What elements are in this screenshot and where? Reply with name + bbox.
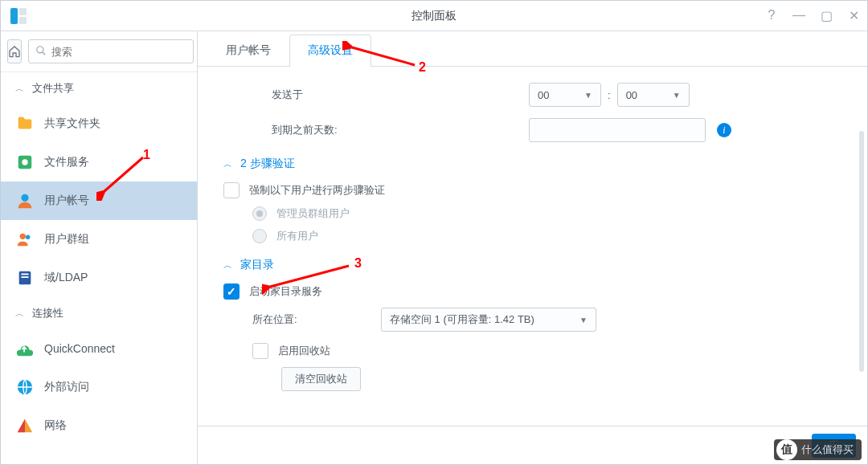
sidebar-item-label: 文件服务: [44, 155, 89, 169]
section-2fa[interactable]: ︿ 2 步骤验证: [223, 157, 841, 171]
sidebar-group-connectivity[interactable]: ︿ 连接性: [1, 297, 197, 329]
chevron-up-icon: ︿: [223, 158, 232, 170]
watermark: 值 什么值得买: [774, 439, 862, 460]
search-box[interactable]: [28, 39, 194, 63]
tab-user-account[interactable]: 用户帐号: [207, 35, 289, 67]
sidebar-item-file-service[interactable]: 文件服务: [1, 143, 197, 182]
row-clear-recycle: 清空回收站: [223, 367, 841, 391]
caret-down-icon: ▼: [575, 91, 592, 100]
svg-point-6: [22, 159, 27, 165]
tab-advanced[interactable]: 高级设置: [289, 35, 371, 67]
sidebar-item-label: 外部访问: [44, 380, 89, 394]
caret-down-icon: ▼: [570, 316, 588, 324]
section-title: 2 步骤验证: [240, 157, 295, 171]
label-send-at: 发送于: [272, 88, 529, 102]
info-icon[interactable]: i: [717, 123, 731, 137]
titlebar: 控制面板 ? — ▢ ✕: [1, 1, 867, 31]
tabs: 用户帐号 高级设置: [198, 31, 867, 67]
sidebar-item-external[interactable]: 外部访问: [1, 368, 197, 406]
select-hour[interactable]: 00▼: [529, 83, 601, 107]
chevron-up-icon: ︿: [223, 259, 232, 271]
svg-point-3: [37, 46, 43, 52]
footer: 应: [198, 426, 867, 464]
content: 用户帐号 高级设置 发送于 00▼ : 00▼ 到期之前天数:: [198, 31, 867, 464]
file-service-icon: [15, 153, 35, 172]
chevron-up-icon: ︿: [15, 308, 24, 320]
search-input[interactable]: [51, 46, 186, 58]
label-enforce-2fa: 强制以下用户进行两步骤验证: [249, 183, 385, 198]
svg-rect-0: [10, 8, 18, 24]
svg-rect-1: [19, 8, 27, 15]
checkbox-recycle[interactable]: [252, 343, 268, 359]
help-icon[interactable]: ?: [764, 8, 779, 23]
clear-recycle-button[interactable]: 清空回收站: [281, 367, 361, 391]
sidebar-item-network[interactable]: 网络: [1, 406, 197, 445]
close-icon[interactable]: ✕: [846, 8, 861, 23]
folder-shared-icon: [15, 114, 35, 133]
sidebar-item-group[interactable]: 用户群组: [1, 220, 197, 259]
sidebar-group-fileshare[interactable]: ︿ 文件共享: [1, 72, 197, 104]
radio-admin-users[interactable]: [252, 206, 267, 221]
sidebar-item-quickconnect[interactable]: QuickConnect: [1, 329, 197, 368]
sidebar-item-label: 用户帐号: [44, 194, 89, 208]
scrollbar[interactable]: [859, 131, 864, 372]
label-admin-users: 管理员群组用户: [276, 206, 350, 221]
select-volume[interactable]: 存储空间 1 (可用容量: 1.42 TB)▼: [381, 308, 596, 332]
svg-line-4: [43, 51, 46, 55]
label-enable-home: 启动家目录服务: [249, 284, 322, 299]
sidebar-item-ldap[interactable]: 域/LDAP: [1, 259, 197, 297]
sidebar: ︿ 文件共享 共享文件夹 文件服务 用户帐号 用户群组 域/LD: [1, 31, 198, 464]
svg-rect-12: [21, 276, 28, 278]
label-days-before: 到期之前天数:: [272, 123, 529, 137]
ldap-icon: [15, 268, 35, 288]
sidebar-item-label: QuickConnect: [44, 342, 115, 355]
row-days-before: 到期之前天数: i: [223, 118, 841, 142]
row-location: 所在位置: 存储空间 1 (可用容量: 1.42 TB)▼: [223, 308, 841, 332]
minimize-icon[interactable]: —: [792, 8, 806, 23]
caret-down-icon: ▼: [663, 91, 681, 100]
row-enable-home: 启动家目录服务: [223, 283, 841, 300]
window-controls: ? — ▢ ✕: [764, 8, 861, 23]
checkbox-enforce-2fa[interactable]: [223, 182, 240, 198]
select-minute[interactable]: 00▼: [617, 83, 690, 107]
sidebar-item-user[interactable]: 用户帐号: [1, 182, 197, 220]
settings-panel: 发送于 00▼ : 00▼ 到期之前天数: i ︿ 2: [198, 67, 867, 426]
checkbox-enable-home[interactable]: [223, 283, 240, 300]
network-icon: [15, 416, 35, 435]
sidebar-item-label: 网络: [44, 418, 67, 433]
svg-point-9: [26, 235, 30, 240]
home-button[interactable]: [7, 39, 22, 63]
label-all-users: 所有用户: [276, 229, 318, 243]
time-separator: :: [608, 89, 611, 101]
row-radio-all: 所有用户: [252, 229, 841, 243]
sidebar-item-label: 用户群组: [44, 232, 89, 247]
quickconnect-icon: [15, 339, 35, 358]
watermark-badge: 值: [776, 439, 797, 460]
svg-point-8: [20, 234, 26, 239]
group-label: 连接性: [32, 306, 63, 320]
sidebar-item-label: 共享文件夹: [44, 116, 100, 131]
row-enforce-2fa: 强制以下用户进行两步骤验证: [223, 182, 841, 198]
label-location: 所在位置:: [252, 312, 381, 327]
window-title: 控制面板: [411, 9, 457, 23]
row-radio-admin: 管理员群组用户: [252, 206, 841, 221]
sidebar-top: [1, 31, 197, 72]
sidebar-item-shared-folder[interactable]: 共享文件夹: [1, 104, 197, 143]
svg-rect-2: [19, 17, 27, 24]
section-home[interactable]: ︿ 家目录: [223, 258, 841, 272]
body: ︿ 文件共享 共享文件夹 文件服务 用户帐号 用户群组 域/LD: [1, 31, 867, 464]
chevron-up-icon: ︿: [15, 83, 24, 95]
svg-point-7: [21, 194, 28, 202]
maximize-icon[interactable]: ▢: [819, 8, 833, 23]
external-access-icon: [15, 377, 35, 397]
group-label: 文件共享: [32, 81, 74, 96]
input-days-before[interactable]: [529, 118, 706, 142]
user-icon: [15, 191, 35, 210]
radio-all-users[interactable]: [252, 229, 267, 243]
app-icon: [7, 5, 30, 27]
sidebar-item-label: 域/LDAP: [44, 271, 88, 285]
control-panel-window: 控制面板 ? — ▢ ✕ ︿ 文件共享: [0, 0, 868, 465]
section-title: 家目录: [240, 258, 274, 272]
svg-rect-11: [21, 274, 28, 275]
row-recycle: 启用回收站: [223, 343, 841, 359]
